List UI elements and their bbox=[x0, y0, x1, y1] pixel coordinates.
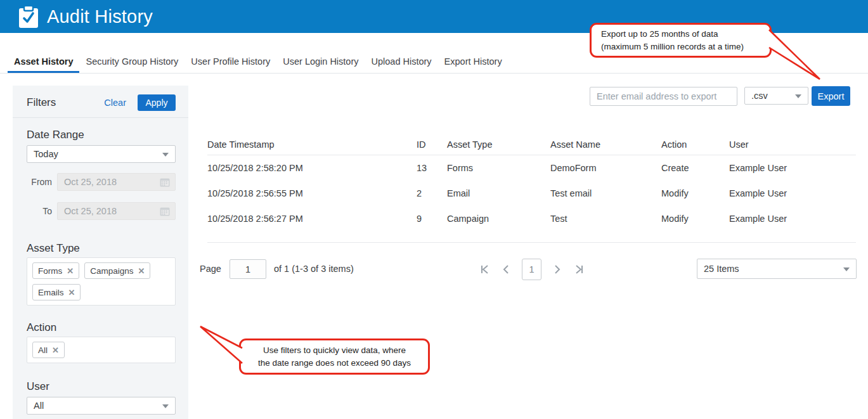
export-email-input[interactable] bbox=[590, 87, 737, 106]
table-header-row: Date Timestamp ID Asset Type Asset Name … bbox=[207, 134, 856, 155]
clear-filters-link[interactable]: Clear bbox=[104, 98, 126, 108]
table-row: 10/25/2018 2:56:55 PM 2 Email Test email… bbox=[207, 181, 856, 206]
asset-type-label: Asset Type bbox=[27, 242, 176, 255]
chip-label: Forms bbox=[38, 266, 62, 276]
from-date-value: Oct 25, 2018 bbox=[64, 177, 117, 187]
page-number-input[interactable] bbox=[230, 259, 266, 279]
caret-down-icon bbox=[162, 153, 169, 157]
current-page-button[interactable]: 1 bbox=[522, 259, 541, 280]
col-asset-name: Asset Name bbox=[550, 139, 661, 150]
caret-down-icon bbox=[843, 268, 850, 271]
cell-id: 9 bbox=[417, 214, 447, 224]
tab-export-history[interactable]: Export History bbox=[438, 51, 508, 73]
filters-callout: Use filters to quickly view data, where … bbox=[239, 338, 430, 375]
first-page-icon[interactable] bbox=[479, 259, 490, 280]
page-range-text: of 1 (1-3 of 3 items) bbox=[274, 264, 354, 274]
table-row: 10/25/2018 2:56:27 PM 9 Campaign Test Mo… bbox=[207, 206, 856, 231]
cell-asset-type: Forms bbox=[447, 163, 550, 173]
remove-chip-icon[interactable]: ✕ bbox=[52, 345, 59, 355]
tab-user-profile-history[interactable]: User Profile History bbox=[185, 51, 276, 73]
col-date-timestamp: Date Timestamp bbox=[207, 139, 417, 150]
export-format-select[interactable]: .csv bbox=[744, 87, 808, 106]
cell-date: 10/25/2018 2:56:27 PM bbox=[207, 214, 417, 224]
action-chip-box[interactable]: All ✕ bbox=[27, 337, 176, 363]
cell-asset-name: DemoForm bbox=[550, 163, 661, 173]
page-label: Page bbox=[200, 264, 221, 274]
callout-line: (maximum 5 million records at a time) bbox=[601, 41, 770, 53]
items-per-page-select[interactable]: 25 Items bbox=[697, 259, 857, 279]
previous-page-icon[interactable] bbox=[500, 259, 512, 280]
cell-user: Example User bbox=[729, 214, 856, 224]
cell-user: Example User bbox=[729, 188, 856, 198]
callout-line: Use filters to quickly view data, where bbox=[241, 344, 428, 357]
cell-id: 13 bbox=[417, 163, 447, 173]
col-action: Action bbox=[661, 139, 729, 150]
tab-upload-history[interactable]: Upload History bbox=[365, 51, 438, 73]
export-callout: Export up to 25 months of data (maximum … bbox=[590, 23, 772, 58]
chip-campaigns[interactable]: Campaigns ✕ bbox=[84, 262, 150, 279]
last-page-icon[interactable] bbox=[573, 259, 585, 280]
cell-asset-type: Campaign bbox=[447, 214, 550, 224]
remove-chip-icon[interactable]: ✕ bbox=[68, 288, 75, 297]
export-format-value: .csv bbox=[751, 91, 768, 101]
user-label: User bbox=[27, 380, 176, 393]
chip-label: Campaigns bbox=[90, 266, 133, 276]
filters-title: Filters bbox=[27, 96, 56, 109]
action-label: Action bbox=[27, 321, 176, 334]
date-range-label: Date Range bbox=[27, 129, 176, 141]
table-row: 10/25/2018 2:58:20 PM 13 Forms DemoForm … bbox=[207, 155, 856, 181]
next-page-icon[interactable] bbox=[552, 259, 563, 280]
callout-line: Export up to 25 months of data bbox=[601, 28, 770, 41]
audit-history-page: Audit History Asset History Security Gro… bbox=[0, 0, 868, 419]
date-range-select[interactable]: Today bbox=[27, 145, 176, 163]
clipboard-check-icon bbox=[18, 5, 39, 29]
items-per-page-value: 25 Items bbox=[704, 264, 739, 274]
cell-asset-name: Test email bbox=[550, 188, 661, 198]
cell-action: Modify bbox=[661, 214, 729, 224]
tab-asset-history[interactable]: Asset History bbox=[8, 51, 79, 73]
cell-date: 10/25/2018 2:56:55 PM bbox=[207, 188, 417, 198]
to-label: To bbox=[27, 206, 52, 216]
audit-table: Date Timestamp ID Asset Type Asset Name … bbox=[207, 134, 856, 243]
tab-security-group-history[interactable]: Security Group History bbox=[79, 51, 185, 73]
remove-chip-icon[interactable]: ✕ bbox=[138, 266, 145, 276]
from-label: From bbox=[27, 177, 52, 187]
filters-panel: Filters Clear Apply Date Range Today Fro… bbox=[13, 86, 188, 419]
calendar-icon bbox=[160, 207, 170, 216]
chip-label: All bbox=[38, 345, 48, 355]
col-id: ID bbox=[417, 139, 447, 150]
apply-filters-button[interactable]: Apply bbox=[138, 94, 176, 111]
chip-all-actions[interactable]: All ✕ bbox=[32, 342, 65, 358]
chip-emails[interactable]: Emails ✕ bbox=[32, 284, 81, 300]
caret-down-icon bbox=[795, 94, 801, 98]
cell-asset-type: Email bbox=[447, 188, 550, 198]
cell-asset-name: Test bbox=[550, 214, 661, 224]
col-asset-type: Asset Type bbox=[447, 139, 550, 150]
col-user: User bbox=[729, 139, 856, 150]
cell-action: Create bbox=[661, 163, 729, 173]
cell-date: 10/25/2018 2:58:20 PM bbox=[207, 163, 417, 173]
date-range-value: Today bbox=[34, 149, 58, 159]
asset-type-chip-box[interactable]: Forms ✕ Campaigns ✕ Emails ✕ bbox=[27, 257, 176, 306]
callout-line: the date range does not exceed 90 days bbox=[241, 357, 428, 370]
page-title: Audit History bbox=[47, 6, 153, 27]
tab-user-login-history[interactable]: User Login History bbox=[276, 51, 365, 73]
chip-forms[interactable]: Forms ✕ bbox=[32, 262, 79, 279]
from-date-field[interactable]: Oct 25, 2018 bbox=[57, 173, 176, 191]
remove-chip-icon[interactable]: ✕ bbox=[67, 266, 74, 276]
to-date-value: Oct 25, 2018 bbox=[64, 206, 117, 216]
cell-id: 2 bbox=[417, 188, 447, 198]
to-date-field[interactable]: Oct 25, 2018 bbox=[57, 202, 176, 220]
caret-down-icon bbox=[162, 404, 169, 408]
user-value: All bbox=[34, 401, 44, 411]
cell-action: Modify bbox=[661, 188, 729, 198]
filters-divider bbox=[13, 117, 188, 118]
cell-user: Example User bbox=[729, 163, 856, 173]
chip-label: Emails bbox=[38, 288, 64, 297]
user-select[interactable]: All bbox=[27, 397, 176, 415]
export-button[interactable]: Export bbox=[812, 86, 850, 106]
table-bottom-border bbox=[207, 231, 856, 243]
calendar-icon bbox=[160, 177, 170, 187]
